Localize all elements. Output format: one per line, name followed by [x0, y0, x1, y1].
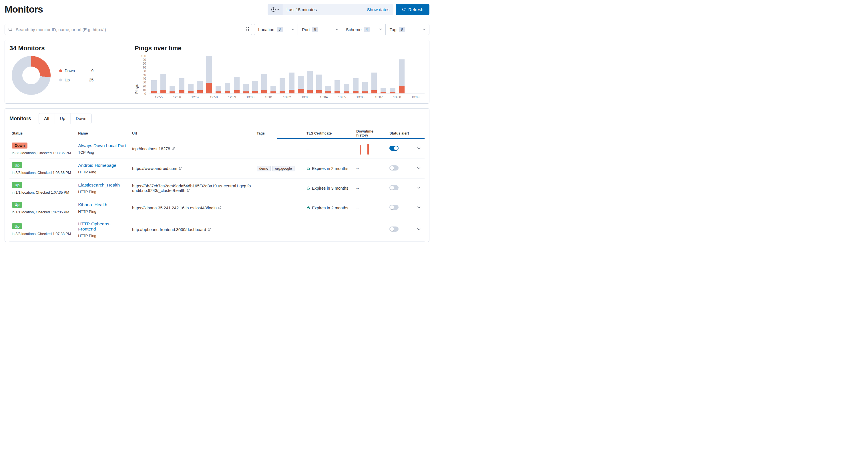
show-dates-link[interactable]: Show dates: [367, 7, 394, 12]
filter-location[interactable]: Location 3: [254, 24, 298, 35]
name-cell: Elasticsearch_Health HTTP Ping: [76, 178, 130, 198]
external-link-icon[interactable]: [172, 146, 175, 151]
downtime-cell: --: [354, 198, 387, 218]
expand-row-chevron[interactable]: [416, 146, 421, 150]
status-alert-toggle[interactable]: [390, 165, 399, 171]
ping-bar: [177, 56, 186, 93]
external-link-icon[interactable]: [179, 166, 182, 171]
time-controls: Last 15 minutes Show dates Refresh: [268, 4, 429, 15]
filter-scheme[interactable]: Scheme 4: [342, 24, 386, 35]
status-alert-cell: [387, 198, 414, 218]
ping-bar: [223, 56, 232, 93]
status-detail: in 3/3 locations, Checked 1:03:36 PM: [12, 171, 73, 175]
external-link-icon[interactable]: [218, 206, 222, 210]
tls-cell: Expires in 3 months: [304, 178, 354, 198]
filter-tag[interactable]: Tag 8: [385, 24, 429, 35]
tls-cell: --: [304, 139, 354, 159]
downtime-cell: [354, 139, 387, 159]
expand-row-chevron[interactable]: [416, 205, 421, 210]
tab-up[interactable]: Up: [55, 113, 71, 124]
downtime-cell: --: [354, 159, 387, 178]
expand-row-chevron[interactable]: [416, 185, 421, 190]
downtime-history-bars: [356, 143, 385, 155]
monitor-name-link[interactable]: Elasticsearch_Health: [78, 182, 120, 188]
status-alert-toggle[interactable]: [390, 205, 399, 210]
filter-location-count: 3: [277, 27, 283, 32]
downtime-cell: --: [354, 178, 387, 198]
expand-cell: [414, 159, 425, 178]
ping-bar: [195, 56, 205, 93]
status-alert-cell: [387, 159, 414, 178]
ping-bar: [333, 56, 342, 93]
legend-label: Down: [65, 69, 75, 73]
legend-value: 9: [91, 69, 93, 73]
downtime-cell-content: --: [356, 227, 385, 232]
tls-status: Expires in 2 months: [312, 166, 348, 171]
status-detail: in 1/1 location, Checked 1:07:35 PM: [12, 191, 73, 195]
status-badge: Up: [12, 202, 22, 208]
expand-cell: [414, 198, 425, 218]
expand-row-chevron[interactable]: [416, 166, 421, 170]
column-header-name: Name: [76, 128, 130, 139]
expand-row-chevron[interactable]: [416, 227, 421, 231]
tls-cell: --: [304, 218, 354, 241]
tab-down[interactable]: Down: [70, 113, 92, 124]
chevron-down-icon: [422, 27, 426, 31]
y-axis-label: 70: [143, 66, 146, 69]
status-alert-toggle[interactable]: [390, 227, 399, 232]
monitor-name-link[interactable]: Always Down Local Port: [78, 143, 126, 148]
search-input[interactable]: [5, 24, 252, 35]
url-cell: https://www.android.com: [130, 159, 254, 178]
monitor-url: tcp://localhost:18278: [132, 146, 170, 151]
external-link-icon[interactable]: [187, 188, 190, 193]
x-axis-label: 13:02: [278, 95, 296, 99]
filter-port[interactable]: Port 8: [298, 24, 342, 35]
y-axis-label: 40: [143, 77, 146, 80]
external-link-icon[interactable]: [208, 227, 211, 232]
tab-all[interactable]: All: [39, 113, 55, 124]
ping-bar: [269, 56, 278, 93]
status-detail: in 3/3 locations, Checked 1:03:36 PM: [12, 151, 73, 155]
tag-badge[interactable]: demo: [257, 166, 271, 171]
monitor-name-link[interactable]: Kibana_Health: [78, 202, 107, 207]
tag-badge[interactable]: org:google: [273, 166, 294, 171]
ping-bar: [342, 56, 351, 93]
tls-cell: Expires in 2 months: [304, 198, 354, 218]
ping-bar: [323, 56, 333, 93]
ping-bar: [168, 56, 177, 93]
tags-cell: demoorg:google: [254, 159, 304, 178]
status-filter-tabs: All Up Down: [39, 113, 92, 124]
url-cell: https://8b37cb7ca2ae49ada54db165f32d3a19…: [130, 178, 254, 198]
status-alert-cell: [387, 139, 414, 159]
pings-over-time: Pings over time Pings 010203040506070809…: [135, 44, 425, 99]
monitor-name-link[interactable]: Android Homepage: [78, 163, 116, 168]
status-cell: Up in 1/1 location, Checked 1:07:35 PM: [9, 198, 76, 218]
ping-bar: [351, 56, 360, 93]
ping-bar: [205, 56, 214, 93]
status-alert-toggle[interactable]: [390, 185, 399, 190]
ping-bar: [415, 56, 425, 93]
status-alert-cell: [387, 218, 414, 241]
ping-bar: [259, 56, 269, 93]
filter-tag-count: 8: [399, 27, 405, 32]
url-cell: https://kibana.35.241.242.16.ip.es.io:44…: [130, 198, 254, 218]
expand-cell: [414, 139, 425, 159]
quick-select-button[interactable]: [268, 4, 283, 15]
monitor-name-link[interactable]: HTTP-Opbeans-Frontend: [78, 222, 127, 232]
time-range-value[interactable]: Last 15 minutes: [283, 7, 367, 12]
table-row: Up in 3/3 locations, Checked 1:07:38 PM …: [9, 218, 425, 241]
status-alert-toggle[interactable]: [390, 146, 399, 151]
refresh-button-label: Refresh: [408, 7, 424, 12]
table-row: Down in 3/3 locations, Checked 1:03:36 P…: [9, 139, 425, 159]
lock-icon: [307, 206, 310, 210]
url-cell: tcp://localhost:18278: [130, 139, 254, 159]
query-menu-icon[interactable]: [246, 27, 249, 31]
name-cell: Android Homepage HTTP Ping: [76, 159, 130, 178]
refresh-button[interactable]: Refresh: [396, 4, 429, 15]
table-header-highlight: [277, 138, 425, 139]
lock-icon: [307, 186, 310, 190]
caret-down-icon: [277, 8, 280, 11]
x-axis-label: 13:00: [241, 95, 259, 99]
ping-bar: [314, 56, 323, 93]
legend-label: Up: [65, 78, 70, 82]
